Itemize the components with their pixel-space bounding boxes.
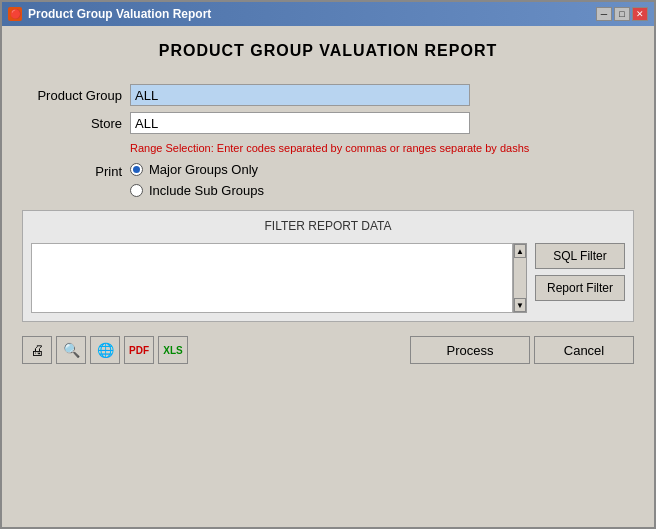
radio-row-sub: Include Sub Groups [130, 183, 264, 198]
title-bar-left: 🔴 Product Group Valuation Report [8, 7, 211, 21]
excel-icon-button[interactable]: XLS [158, 336, 188, 364]
close-button[interactable]: ✕ [632, 7, 648, 21]
main-window: 🔴 Product Group Valuation Report ─ □ ✕ P… [0, 0, 656, 529]
filter-textarea[interactable] [31, 243, 513, 313]
ie-icon-button[interactable]: 🌐 [90, 336, 120, 364]
radio-row-major: Major Groups Only [130, 162, 264, 177]
print-section: Print Major Groups Only Include Sub Grou… [22, 162, 634, 198]
report-filter-button[interactable]: Report Filter [535, 275, 625, 301]
print-label: Print [22, 162, 122, 179]
radio-major-groups[interactable] [130, 163, 143, 176]
radio-sub-label: Include Sub Groups [149, 183, 264, 198]
store-label: Store [22, 116, 122, 131]
store-row: Store [22, 112, 634, 134]
page-title: PRODUCT GROUP VALUATION REPORT [22, 42, 634, 60]
range-hint: Range Selection: Enter codes separated b… [130, 142, 634, 154]
content-area: PRODUCT GROUP VALUATION REPORT Product G… [2, 26, 654, 527]
pdf-icon-button[interactable]: PDF [124, 336, 154, 364]
product-group-input[interactable] [130, 84, 470, 106]
printer-icon-button[interactable]: 🖨 [22, 336, 52, 364]
title-bar: 🔴 Product Group Valuation Report ─ □ ✕ [2, 2, 654, 26]
window-title: Product Group Valuation Report [28, 7, 211, 21]
preview-icon-button[interactable]: 🔍 [56, 336, 86, 364]
app-icon: 🔴 [8, 7, 22, 21]
radio-major-label: Major Groups Only [149, 162, 258, 177]
minimize-button[interactable]: ─ [596, 7, 612, 21]
filter-buttons: SQL Filter Report Filter [535, 243, 625, 313]
filter-title: FILTER REPORT DATA [31, 219, 625, 233]
scroll-down-arrow[interactable]: ▼ [514, 298, 526, 312]
scroll-up-arrow[interactable]: ▲ [514, 244, 526, 258]
sql-filter-button[interactable]: SQL Filter [535, 243, 625, 269]
product-group-row: Product Group [22, 84, 634, 106]
process-button[interactable]: Process [410, 336, 530, 364]
filter-section: FILTER REPORT DATA ▲ ▼ SQL Filter Report… [22, 210, 634, 322]
filter-body: ▲ ▼ SQL Filter Report Filter [31, 243, 625, 313]
form-section: Product Group Store [22, 84, 634, 134]
cancel-button[interactable]: Cancel [534, 336, 634, 364]
radio-group: Major Groups Only Include Sub Groups [130, 162, 264, 198]
radio-include-sub[interactable] [130, 184, 143, 197]
filter-scrollbar[interactable]: ▲ ▼ [513, 243, 527, 313]
product-group-label: Product Group [22, 88, 122, 103]
store-input[interactable] [130, 112, 470, 134]
filter-textarea-wrap: ▲ ▼ [31, 243, 527, 313]
maximize-button[interactable]: □ [614, 7, 630, 21]
title-bar-controls: ─ □ ✕ [596, 7, 648, 21]
bottom-bar: 🖨 🔍 🌐 PDF XLS Process Cancel [22, 332, 634, 364]
